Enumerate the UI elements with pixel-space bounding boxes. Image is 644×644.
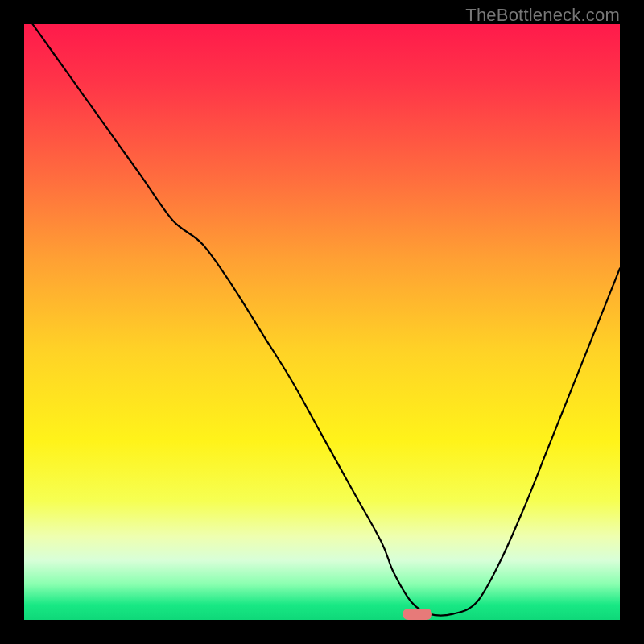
chart-container: TheBottleneck.com <box>0 0 644 644</box>
watermark-text: TheBottleneck.com <box>465 5 620 26</box>
bottleneck-curve <box>24 24 620 620</box>
plot-area <box>24 24 620 620</box>
optimum-marker <box>402 609 432 620</box>
